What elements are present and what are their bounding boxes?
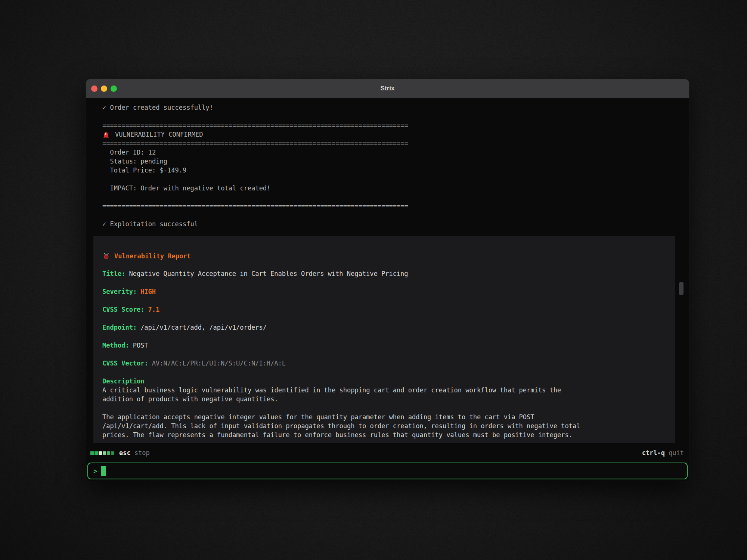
blank-line xyxy=(102,211,689,220)
exploitation-success-line: ✓ Exploitation successful xyxy=(102,220,689,228)
separator-line: ========================================… xyxy=(102,121,689,130)
scrollbar-thumb[interactable] xyxy=(679,282,684,295)
field-value: HIGH xyxy=(140,288,156,295)
status-bar: esc stop ctrl-q quit xyxy=(86,443,689,463)
report-field-cvss-vector: CVSS Vector:AV:N/AC:L/PR:L/UI:N/S:U/C:N/… xyxy=(102,359,666,368)
field-value: POST xyxy=(133,342,148,349)
ctrl-q-key-label: ctrl-q xyxy=(642,449,665,457)
report-field-title: Title:Negative Quantity Acceptance in Ca… xyxy=(102,269,666,278)
report-field-cvss-score: CVSS Score:7.1 xyxy=(102,305,666,314)
field-label: Severity: xyxy=(102,288,137,295)
blank-line xyxy=(102,193,689,202)
command-input[interactable]: > xyxy=(87,463,688,479)
quit-shortcut[interactable]: ctrl-q quit xyxy=(642,449,684,457)
close-button[interactable] xyxy=(91,85,97,92)
field-label: Method: xyxy=(102,342,129,349)
stop-shortcut[interactable]: esc stop xyxy=(119,449,150,457)
window-titlebar: Strix xyxy=(86,79,689,98)
report-field-method: Method:POST xyxy=(102,341,666,350)
spinner xyxy=(90,451,114,455)
field-value: 7.1 xyxy=(148,306,160,313)
blank-line xyxy=(102,112,689,121)
field-label: CVSS Score: xyxy=(102,306,145,313)
report-field-severity: Severity:HIGH xyxy=(102,287,666,296)
quit-action-label: quit xyxy=(669,449,684,457)
spinner-square xyxy=(111,451,114,455)
field-value: /api/v1/cart/add, /api/v1/orders/ xyxy=(140,324,267,331)
field-value: AV:N/AC:L/PR:L/UI:N/S:U/C:N/I:H/A:L xyxy=(152,360,286,367)
impact-line: IMPACT: Order with negative total create… xyxy=(102,184,689,193)
field-value: Negative Quantity Acceptance in Cart Ena… xyxy=(129,270,408,277)
vulnerability-confirmed-text: VULNERABILITY CONFIRMED xyxy=(115,130,203,139)
report-field-endpoint: Endpoint:/api/v1/cart/add, /api/v1/order… xyxy=(102,323,666,332)
vulnerability-report-panel: Vulnerability Report Title:Negative Quan… xyxy=(93,236,675,443)
prompt-chevron: > xyxy=(93,468,97,475)
input-row: > xyxy=(86,463,689,482)
spinner-square xyxy=(103,451,106,455)
strix-terminal-window: Strix ✓ Order created successfully! ====… xyxy=(86,79,689,482)
spinner-square xyxy=(107,451,110,455)
vulnerability-confirmed-line: VULNERABILITY CONFIRMED xyxy=(102,130,689,139)
field-label: Endpoint: xyxy=(102,324,137,331)
minimize-button[interactable] xyxy=(101,85,107,92)
field-label: Title: xyxy=(102,270,125,277)
spinner-square xyxy=(99,451,102,455)
spinner-square xyxy=(90,451,94,455)
spinner-square xyxy=(94,451,98,455)
text-cursor xyxy=(101,466,106,476)
description-heading: Description xyxy=(102,377,666,386)
blank-line xyxy=(102,175,689,184)
report-heading-text: Vulnerability Report xyxy=(114,252,191,261)
bug-icon xyxy=(102,253,110,259)
field-label: CVSS Vector: xyxy=(102,360,148,367)
maximize-button[interactable] xyxy=(111,85,117,92)
order-total-line: Total Price: $-149.9 xyxy=(102,166,689,175)
description-paragraph: The application accepts negative integer… xyxy=(102,413,666,439)
separator-line: ========================================… xyxy=(102,202,689,211)
window-controls xyxy=(91,85,117,92)
stop-action-label: stop xyxy=(134,449,150,457)
window-title: Strix xyxy=(86,85,689,92)
esc-key-label: esc xyxy=(119,449,131,457)
siren-icon xyxy=(102,131,110,138)
order-success-line: ✓ Order created successfully! xyxy=(102,103,689,112)
order-status-line: Status: pending xyxy=(102,157,689,166)
order-id-line: Order ID: 12 xyxy=(102,148,689,157)
terminal-output: ✓ Order created successfully! ==========… xyxy=(86,98,689,443)
report-heading: Vulnerability Report xyxy=(102,252,666,261)
separator-line: ========================================… xyxy=(102,139,689,148)
description-paragraph: A critical business logic vulnerability … xyxy=(102,386,666,404)
